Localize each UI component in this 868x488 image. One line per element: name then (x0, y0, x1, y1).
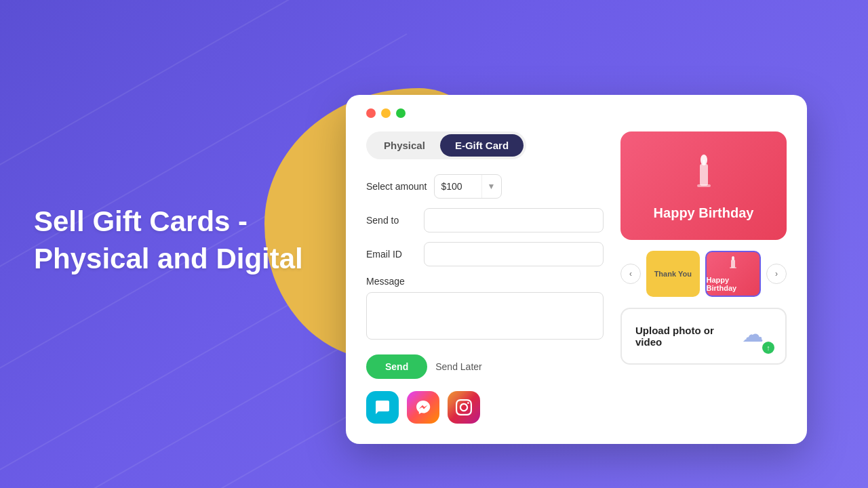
traffic-light-green[interactable] (396, 108, 406, 118)
card-panel: Happy Birthday ‹ Thank You (620, 131, 787, 424)
message-row: Message (366, 276, 604, 342)
traffic-light-red[interactable] (366, 108, 376, 118)
send-to-row: Send to (366, 208, 604, 232)
instagram-icon-button[interactable] (448, 391, 480, 424)
gift-card-title: Happy Birthday (654, 205, 754, 221)
svg-rect-8 (697, 184, 711, 187)
app-window: Physical E-Gift Card Select amount $100 … (346, 95, 807, 444)
card-carousel: ‹ Thank You (620, 251, 787, 297)
form-panel: Physical E-Gift Card Select amount $100 … (366, 131, 604, 424)
svg-rect-11 (731, 260, 735, 268)
send-later-button[interactable]: Send Later (435, 361, 482, 372)
upload-icon-wrapper: ☁ ↑ (742, 321, 772, 351)
svg-rect-12 (730, 267, 736, 268)
candle-decoration-icon (690, 155, 717, 199)
send-to-input[interactable] (424, 208, 604, 232)
amount-label: Select amount (366, 181, 427, 192)
upload-area[interactable]: Upload photo or video ☁ ↑ (620, 308, 787, 365)
hero-title-line2: Physical and Digital (34, 243, 303, 274)
window-body: Physical E-Gift Card Select amount $100 … (366, 131, 787, 424)
message-label: Message (366, 276, 604, 287)
action-buttons-row: Send Send Later (366, 354, 604, 379)
upload-label: Upload photo or video (635, 325, 732, 348)
email-label: Email ID (366, 249, 417, 260)
mini-card-1-label: Thank You (654, 270, 692, 278)
traffic-lights (366, 108, 787, 118)
amount-row: Select amount $100 ▼ (366, 174, 604, 199)
tab-egift[interactable]: E-Gift Card (440, 134, 524, 157)
send-button[interactable]: Send (366, 354, 427, 379)
mini-card-thank-you[interactable]: Thank You (646, 251, 700, 297)
amount-value: $100 (435, 181, 481, 192)
cloud-upload-icon: ☁ (742, 322, 764, 346)
tab-physical[interactable]: Physical (369, 134, 440, 157)
email-row: Email ID (366, 242, 604, 266)
email-input[interactable] (424, 242, 604, 266)
carousel-next-button[interactable]: › (766, 264, 787, 284)
traffic-light-yellow[interactable] (381, 108, 391, 118)
upload-arrow-icon: ↑ (762, 342, 774, 354)
message-textarea[interactable] (366, 292, 604, 340)
chat-icon-button[interactable] (366, 391, 399, 424)
amount-select[interactable]: $100 ▼ (434, 174, 502, 199)
svg-rect-7 (700, 164, 708, 186)
chevron-down-icon: ▼ (481, 175, 501, 198)
carousel-prev-button[interactable]: ‹ (620, 264, 641, 284)
hero-title-line1: Sell Gift Cards - (34, 205, 248, 237)
send-to-label: Send to (366, 215, 417, 226)
messenger-icon-button[interactable] (407, 391, 439, 424)
mini-candle-icon (728, 256, 738, 274)
mini-card-happy-birthday[interactable]: Happy Birthday (705, 251, 762, 297)
tab-switcher: Physical E-Gift Card (366, 131, 526, 159)
hero-text: Sell Gift Cards - Physical and Digital (34, 203, 303, 277)
carousel-cards: Thank You Happy Birthday (646, 251, 761, 297)
gift-card-display: Happy Birthday (620, 131, 787, 240)
social-icons-row (366, 391, 604, 424)
mini-card-2-label: Happy Birthday (707, 276, 760, 292)
